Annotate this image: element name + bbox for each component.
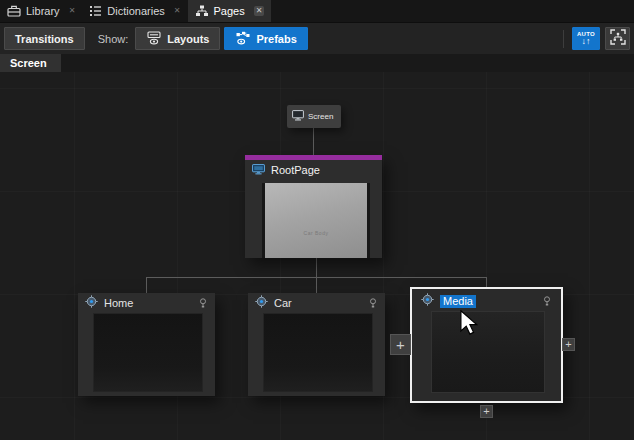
- node-rootpage[interactable]: RootPage Car Body: [245, 155, 382, 258]
- tab-label: Pages: [214, 5, 245, 17]
- transitions-button[interactable]: Transitions: [4, 27, 85, 50]
- tab-dictionaries[interactable]: Dictionaries ✕: [82, 0, 187, 22]
- preview-caption: Car Body: [304, 230, 329, 236]
- screen-tab-label: Screen: [10, 57, 47, 69]
- page-preview-thumbnail: [431, 311, 545, 393]
- connector-to-home: [146, 277, 147, 293]
- tab-label: Library: [26, 5, 60, 17]
- node-screen[interactable]: Screen: [287, 105, 341, 128]
- add-page-button-right-of-media[interactable]: +: [562, 338, 575, 351]
- connector-rootpage-down: [316, 258, 317, 277]
- tab-label: Dictionaries: [107, 5, 164, 17]
- node-label: Home: [104, 298, 133, 309]
- page-icon: [421, 292, 434, 310]
- prefabs-label: Prefabs: [256, 33, 296, 45]
- page-host-icon: [252, 161, 265, 179]
- layouts-toggle-button[interactable]: Layouts: [135, 27, 220, 50]
- pages-editor-window: Library ✕ Dictionaries ✕ Pages ✕ Transit…: [0, 0, 634, 440]
- connector-to-car: [316, 277, 317, 293]
- page-preview-thumbnail: [93, 313, 203, 392]
- page-icon: [255, 294, 268, 312]
- auto-arrows-icon: ↓↑: [582, 37, 591, 46]
- connector-screen-to-rootpage: [313, 127, 314, 155]
- monitor-icon: [292, 110, 304, 123]
- page-icon: [85, 294, 98, 312]
- lightbulb-icon[interactable]: [543, 296, 551, 307]
- toolbar-separator: [563, 30, 564, 48]
- tab-pages[interactable]: Pages ✕: [188, 0, 272, 22]
- page-preview-thumbnail: [263, 313, 373, 392]
- node-label: Screen: [308, 112, 333, 121]
- auto-arrange-button[interactable]: AUTO ↓↑: [572, 27, 600, 50]
- node-media-selection-border: Media: [410, 287, 563, 403]
- briefcase-icon: [7, 5, 21, 17]
- rootpage-preview-thumbnail: Car Body: [262, 183, 370, 258]
- fit-to-view-button[interactable]: [605, 27, 630, 50]
- close-icon[interactable]: ✕: [254, 6, 265, 16]
- transitions-label: Transitions: [15, 33, 74, 45]
- lightbulb-icon[interactable]: [369, 298, 377, 309]
- mouse-cursor: [460, 310, 478, 339]
- add-page-button-below-media[interactable]: +: [480, 405, 493, 418]
- lightbulb-icon[interactable]: [199, 298, 207, 309]
- layouts-eye-icon: [146, 31, 162, 47]
- node-header: Car: [248, 293, 385, 313]
- view-tab-bar: Screen: [0, 54, 634, 72]
- node-label: Car: [274, 298, 292, 309]
- node-home[interactable]: Home: [78, 293, 215, 396]
- node-car[interactable]: Car: [248, 293, 385, 396]
- add-page-button-between-car-media[interactable]: +: [390, 334, 411, 355]
- close-icon[interactable]: ✕: [69, 7, 76, 15]
- show-label: Show:: [98, 33, 129, 45]
- node-label: Media: [440, 295, 476, 308]
- plus-icon: +: [483, 406, 489, 417]
- node-header: Home: [78, 293, 215, 313]
- plus-icon: +: [396, 337, 405, 352]
- layouts-label: Layouts: [167, 33, 209, 45]
- node-label: RootPage: [271, 165, 320, 176]
- prefabs-toggle-button[interactable]: Prefabs: [224, 27, 307, 50]
- document-tab-bar: Library ✕ Dictionaries ✕ Pages ✕: [0, 0, 634, 22]
- tab-library[interactable]: Library ✕: [0, 0, 82, 22]
- fit-graph-icon: [610, 29, 626, 49]
- tab-screen-view[interactable]: Screen: [0, 54, 61, 72]
- close-icon[interactable]: ✕: [174, 7, 181, 15]
- connector-to-media: [486, 277, 487, 287]
- plus-icon: +: [565, 339, 571, 350]
- list-icon: [89, 5, 102, 17]
- pages-graph-canvas[interactable]: Screen RootPage Car Body Home: [0, 72, 634, 440]
- node-header: RootPage: [245, 160, 382, 180]
- node-header: Media: [414, 291, 559, 311]
- sitemap-icon: [195, 5, 209, 17]
- node-media[interactable]: Media: [414, 291, 559, 399]
- prefabs-eye-icon: [235, 31, 251, 47]
- pages-toolbar: Transitions Show: Layouts Prefabs AUTO ↓…: [0, 22, 634, 54]
